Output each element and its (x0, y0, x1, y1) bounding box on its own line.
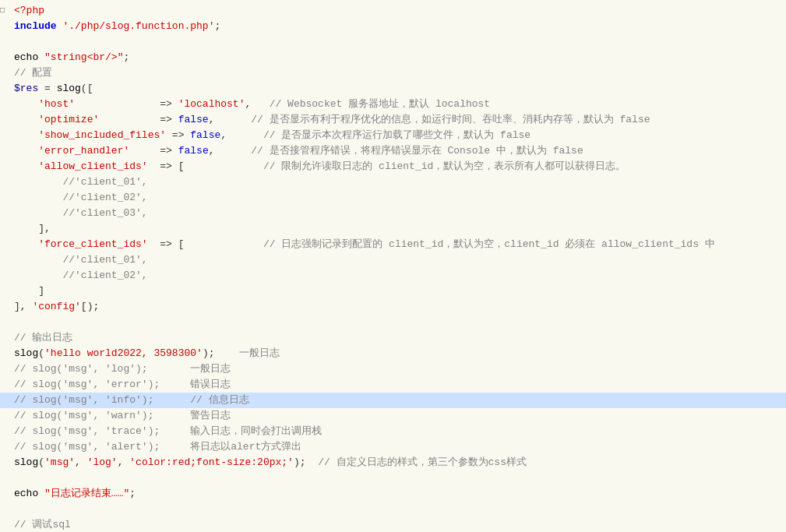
str-token: "string<br/>" (44, 51, 123, 63)
cm-token: // 是否显示有利于程序优化的信息，如运行时间、吞吐率、消耗内存等，默认为 fa… (251, 114, 650, 125)
str-token: 'localhost' (178, 98, 245, 110)
fold-icon (0, 347, 9, 361)
key-token: 'host' (38, 98, 75, 110)
bool-token: false (178, 114, 209, 125)
fold-icon (0, 19, 9, 33)
line-content: slog('msg', 'log', 'color:red;font-size:… (9, 456, 786, 470)
cm-token: // slog('msg', 'log'); 一般日志 (14, 363, 231, 375)
cm-token: // slog('msg', 'info'); // 信息日志 (14, 394, 249, 406)
fold-icon (0, 269, 9, 283)
str-token: 'msg' (44, 456, 75, 468)
code-line: 'force_client_ids' => [ // 日志强制记录到配置的 cl… (0, 237, 786, 252)
line-content: ] (9, 284, 786, 298)
code-line: //'client_02', (0, 268, 786, 284)
key-token: 'force_client_ids' (38, 238, 147, 250)
fold-icon (0, 175, 9, 189)
fold-icon (0, 222, 9, 236)
fold-icon (0, 502, 9, 516)
var-token: $res (14, 83, 38, 94)
fold-icon (0, 253, 9, 267)
fn-token: echo (14, 51, 38, 63)
fold-icon (0, 362, 9, 376)
normal-token: => (99, 114, 178, 125)
code-line (0, 470, 786, 486)
normal-token (14, 114, 38, 125)
code-line: 'host' => 'localhost', // Websocket 服务器地… (0, 97, 786, 112)
cm-token: // slog('msg', 'warn'); 警告日志 (14, 410, 231, 421)
code-line: //'client_03', (0, 206, 786, 221)
line-content: //'client_02', (9, 269, 786, 283)
cm-token: // 限制允许读取日志的 client_id，默认为空，表示所有人都可以获得日志… (263, 160, 626, 172)
fold-icon (0, 238, 9, 252)
cm-token: // slog('msg', 'alert'); 将日志以alert方式弹出 (14, 441, 301, 453)
fold-icon (0, 113, 9, 127)
normal-token: ], (14, 223, 51, 234)
code-line: echo "日志记录结束……"; (0, 486, 786, 502)
code-line: $res = slog([ (0, 81, 786, 97)
line-content: ], 'config'[); (9, 300, 786, 314)
normal-token: ; (214, 20, 220, 32)
code-line: // 调试sql (0, 517, 786, 532)
fold-icon[interactable]: □ (0, 4, 9, 18)
normal-token: , (75, 456, 87, 468)
normal-token (14, 238, 38, 250)
fold-icon (0, 425, 9, 439)
code-line: // slog('msg', 'alert'); 将日志以alert方式弹出 (0, 439, 786, 455)
line-content: $res = slog([ (9, 82, 786, 96)
code-line: slog('msg', 'log', 'color:red;font-size:… (0, 455, 786, 470)
fold-icon (0, 331, 9, 345)
code-line: 'optimize' => false, // 是否显示有利于程序优化的信息，如… (0, 112, 786, 128)
code-line: ] (0, 284, 786, 299)
line-content: // slog('msg', 'warn'); 警告日志 (9, 409, 786, 423)
normal-token: , (209, 114, 252, 125)
code-line: 'allow_client_ids' => [ // 限制允许读取日志的 cli… (0, 159, 786, 174)
line-content: // 调试sql (9, 518, 786, 532)
code-line (0, 315, 786, 330)
line-content: //'client_01', (9, 175, 786, 189)
fold-icon (0, 300, 9, 314)
code-editor: □<?php include './php/slog.function.php'… (0, 0, 786, 532)
cm-token: //'client_01', (62, 254, 147, 266)
normal-token: ( (38, 347, 44, 359)
code-line: // slog('msg', 'trace'); 输入日志，同时会打出调用栈 (0, 424, 786, 439)
fold-icon (0, 129, 9, 143)
cm-token: //'client_02', (62, 192, 147, 203)
normal-token: => (129, 145, 178, 157)
normal-token (38, 488, 44, 499)
cm-token: // 自定义日志的样式，第三个参数为css样式 (312, 456, 527, 468)
line-content: // slog('msg', 'error'); 错误日志 (9, 378, 786, 392)
normal-token: ], (14, 301, 32, 312)
code-line (0, 502, 786, 517)
cm-token: // 输出日志 (14, 332, 72, 344)
normal-token: = (38, 83, 56, 94)
cm-token: //'client_02', (62, 270, 147, 281)
str-token: 'log' (87, 456, 118, 468)
normal-token (38, 51, 44, 63)
fold-icon (0, 97, 9, 111)
fold-icon (0, 440, 9, 454)
normal-token: [); (81, 301, 99, 312)
code-line: // 配置 (0, 65, 786, 81)
fold-icon (0, 409, 9, 423)
fold-icon (0, 378, 9, 392)
line-content: 'allow_client_ids' => [ // 限制允许读取日志的 cli… (9, 160, 786, 174)
tag-token: <?php (14, 5, 44, 16)
key-token: 'optimize' (38, 114, 99, 125)
cm-token: // 是否接管程序错误，将程序错误显示在 Console 中，默认为 false (251, 145, 583, 157)
line-content: 'host' => 'localhost', // Websocket 服务器地… (9, 97, 786, 111)
str-token: 'color:red;font-size:20px;' (129, 456, 294, 468)
cm-token: // Websocket 服务器地址，默认 localhost (270, 98, 490, 110)
fold-icon (0, 160, 9, 174)
normal-token: ); (294, 456, 312, 468)
fn-token: echo (14, 488, 38, 499)
key-token: 'show_included_files' (38, 129, 166, 141)
cm-token: //'client_01', (62, 176, 147, 188)
fold-icon (0, 471, 9, 485)
line-content: 'optimize' => false, // 是否显示有利于程序优化的信息，如… (9, 113, 786, 127)
line-content: ], (9, 222, 786, 236)
normal-token: => (75, 98, 178, 110)
line-content: // 输出日志 (9, 331, 786, 345)
code-line: // slog('msg', 'error'); 错误日志 (0, 377, 786, 393)
code-line: slog('hello world2022, 3598300'); 一般日志 (0, 346, 786, 361)
normal-token (14, 145, 38, 157)
